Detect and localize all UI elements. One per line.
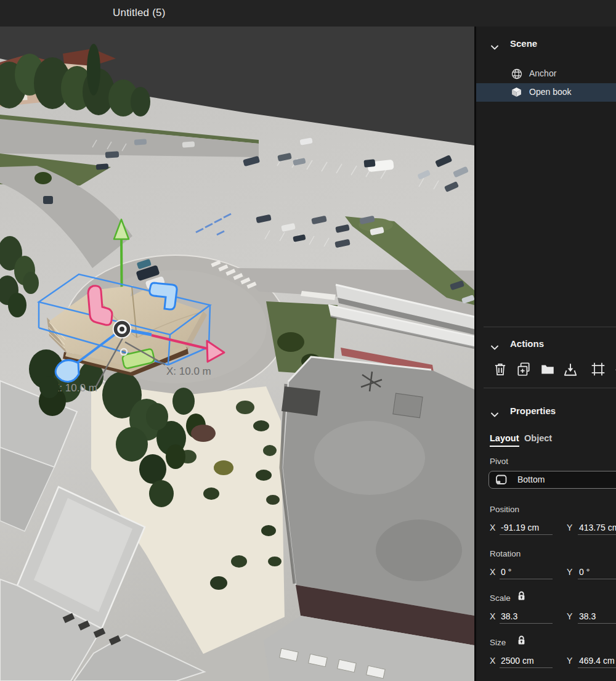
size-fields: X 2500 cm Y 469.4 cm [490,654,616,671]
x-axis-label: X [490,567,495,577]
titlebar: Untitled (5) [0,0,616,27]
properties-section-header[interactable]: Properties [476,405,616,420]
pivot-label: Pivot [490,457,508,466]
scene-section-header[interactable]: Scene [476,38,616,52]
scale-x-input[interactable]: 38.3 [500,610,553,624]
pivot-bottom-icon [495,475,508,488]
scale-label: Scale [490,593,511,603]
lock-icon[interactable] [517,635,526,648]
globe-icon [511,68,522,82]
chevron-down-icon[interactable] [491,341,498,353]
position-y-input[interactable]: 413.75 cm [578,521,616,535]
right-panel: Scene Anchor Open book Actions [474,27,616,681]
scale-y-input[interactable]: 38.3 [578,610,616,624]
y-axis-label: Y [567,611,572,621]
size-label: Size [490,638,506,647]
size-y-input[interactable]: 469.4 cm [578,654,616,668]
delete-icon[interactable] [492,361,508,377]
rotation-fields: X 0 ° Y 0 ° [490,566,616,582]
measure-z-label: Z: 10.0 m [53,382,97,394]
scene-item-open-book[interactable]: Open book [476,83,616,102]
tab-object[interactable]: Object [524,433,552,446]
document-title: Untitled (5) [113,7,166,19]
y-axis-label: Y [567,656,572,666]
section-divider [484,327,616,327]
frame-icon[interactable] [590,361,606,377]
actions-section-header[interactable]: Actions [476,338,616,353]
properties-header-label: Properties [510,406,556,416]
rotation-label: Rotation [490,549,521,558]
pivot-dropdown[interactable]: Bottom [488,471,616,489]
viewport-3d[interactable]: X: 10.0 m Z: 10.0 m [0,27,474,681]
rotation-x-input[interactable]: 0 ° [500,566,553,579]
position-label: Position [490,505,519,514]
pivot-reticle[interactable] [113,320,131,338]
scale-fields: X 38.3 Y 38.3 [490,610,616,626]
import-icon[interactable] [562,361,578,377]
x-axis-label: X [490,656,495,666]
x-axis-label: X [490,523,495,532]
lock-icon[interactable] [517,590,526,603]
duplicate-icon[interactable] [516,361,532,377]
size-x-input[interactable]: 2500 cm [500,654,553,668]
x-axis-label: X [490,611,495,621]
actions-header-label: Actions [510,338,544,349]
scene-header-label: Scene [510,38,537,49]
position-fields: X -91.19 cm Y 413.75 cm [490,521,616,537]
section-divider [484,388,616,388]
chevron-down-icon[interactable] [491,41,498,52]
scene-item-label: Open book [529,87,572,97]
tree-over-label [39,376,59,398]
y-axis-label: Y [567,567,572,577]
cube-icon [511,87,522,100]
pivot-value: Bottom [517,475,545,484]
scene-item-label: Anchor [529,68,556,78]
chevron-down-icon[interactable] [491,409,498,420]
tab-layout[interactable]: Layout [490,433,519,447]
position-x-input[interactable]: -91.19 cm [500,521,553,535]
scene-item-anchor[interactable]: Anchor [476,65,616,83]
folder-icon[interactable] [540,361,556,377]
y-axis-label: Y [567,523,572,532]
rotation-y-input[interactable]: 0 ° [578,566,616,579]
measure-x-label: X: 10.0 m [166,365,211,377]
aero-app-window: { "titlebar": { "title": "Untitled (5)" … [0,0,616,681]
